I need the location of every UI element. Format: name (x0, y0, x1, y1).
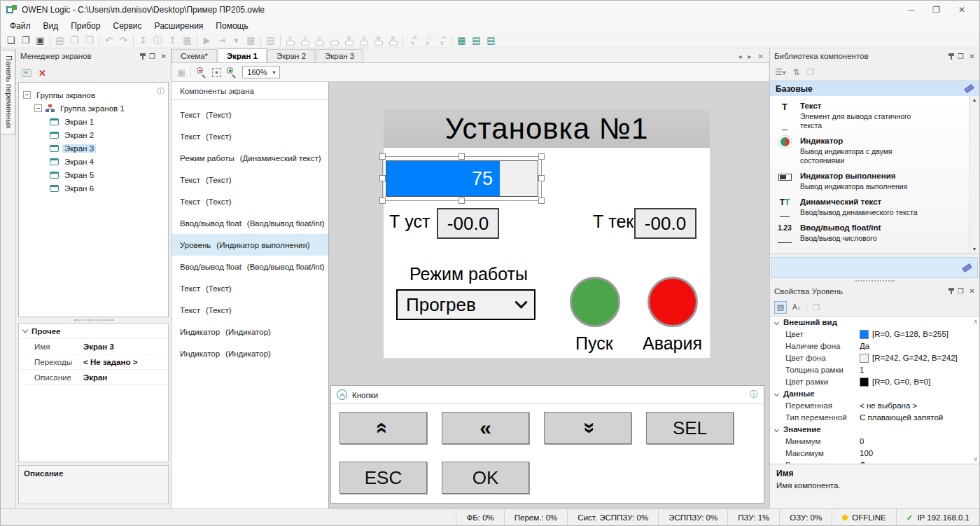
tree-item-screen-5[interactable]: Экран 5 (19, 168, 168, 181)
pin-icon[interactable] (951, 53, 952, 60)
menu-file[interactable]: Файл (4, 20, 37, 32)
tab-screen-2[interactable]: Экран 2 (267, 49, 315, 62)
library-view-mode-button[interactable]: ☰▾ (775, 67, 786, 77)
panel-splitter[interactable] (16, 317, 171, 323)
mode-label[interactable]: Режим работы (410, 264, 528, 284)
restore-button[interactable]: ❐ (932, 5, 940, 15)
property-row-description[interactable]: Описание Экран (19, 370, 168, 385)
device-down-button[interactable]: « (544, 412, 631, 444)
close-panel-icon[interactable]: ✕ (161, 53, 167, 60)
section-appearance[interactable]: Внешний вид (770, 317, 969, 328)
delete-screen-button[interactable]: ✕ (38, 68, 46, 78)
tab-scroll-left-icon[interactable]: ◂ (738, 53, 742, 60)
component-item[interactable]: Текст(Текст) (172, 104, 328, 125)
device-up-button[interactable]: « (340, 412, 427, 444)
paste-button[interactable]: ❒ (82, 34, 97, 48)
insert-variable-2-button[interactable]: V (298, 34, 312, 48)
start-label[interactable]: Пуск (575, 333, 613, 354)
convert-to-float-button[interactable]: →Fx (435, 34, 449, 48)
memory-table-button[interactable]: ▦ (244, 34, 258, 48)
tab-schema[interactable]: Схема* (172, 49, 217, 62)
read-from-device-button[interactable]: ▦ (180, 34, 195, 48)
upload-to-device-button[interactable]: ↧ (136, 34, 150, 48)
status-connection[interactable]: OFFLINE (832, 509, 896, 525)
selection-handle[interactable] (538, 198, 545, 204)
component-item[interactable]: Ввод/вывод float(Ввод/вывод float/int) (172, 212, 328, 234)
library-section-basic[interactable]: Базовые (770, 81, 979, 96)
library-item-dynamic-text[interactable]: TT Динамический текстВвод/вывод динамиче… (776, 198, 965, 217)
minimize-button[interactable]: ─ (909, 5, 915, 15)
insert-constant-button[interactable]: C (312, 34, 327, 48)
component-item[interactable]: Текст(Текст) (172, 191, 328, 212)
online-debug-button[interactable]: ⇥ (214, 34, 229, 48)
maximize-panel-icon[interactable]: ❐ (958, 53, 964, 60)
fit-to-screen-icon[interactable] (212, 68, 221, 77)
zoom-out-icon[interactable] (196, 67, 207, 78)
write-to-device-button[interactable]: ↥ (165, 34, 180, 48)
copy-button[interactable]: ❐ (67, 34, 82, 48)
tree-item-screen-3[interactable]: Экран 3 (19, 141, 168, 155)
tree-group[interactable]: Группа экранов 1 (19, 102, 168, 115)
property-row-has-background[interactable]: Наличие фона Да (770, 340, 969, 352)
pin-icon[interactable] (142, 53, 144, 60)
tab-screen-3[interactable]: Экран 3 (316, 49, 363, 62)
read-network-variable-button[interactable]: R (386, 34, 400, 48)
component-item[interactable]: Индикатор(Индикатор) (172, 321, 328, 342)
pin-icon[interactable] (951, 288, 952, 294)
property-row-visibility[interactable]: Видимость Да (770, 459, 969, 464)
color-swatch[interactable] (860, 378, 869, 387)
property-row-variable[interactable]: Переменная < не выбрана > (770, 400, 969, 412)
canvas-title-text[interactable]: Установка №1 (384, 109, 710, 148)
device-left-button[interactable]: « (442, 412, 529, 444)
insert-variable-button[interactable]: V (283, 34, 298, 48)
section-value[interactable]: Значение (770, 424, 969, 436)
write-network-variable-button[interactable]: W (371, 34, 386, 48)
device-ok-button[interactable]: OK (442, 462, 529, 494)
tree-item-screen-4[interactable]: Экран 4 (19, 155, 168, 168)
component-item[interactable]: Текст(Текст) (172, 277, 328, 299)
library-item-text[interactable]: T ТекстЭлемент для вывода статичного тек… (776, 102, 965, 130)
save-screen-icon[interactable]: ▣ (177, 67, 186, 78)
scroll-up-icon[interactable]: ∧ (973, 318, 978, 325)
menu-view[interactable]: Вид (37, 20, 65, 32)
property-pages-button[interactable]: ❒ (813, 303, 820, 312)
property-row-transitions[interactable]: Переходы < Не задано > (19, 354, 168, 370)
component-item[interactable]: Ввод/вывод float(Ввод/вывод float/int) (172, 256, 328, 277)
tree-item-screen-1[interactable]: Экран 1 (19, 115, 168, 128)
screen-designer-area[interactable]: Установка №1 75 (329, 82, 769, 508)
device-mode-button[interactable]: ▾ (229, 34, 244, 48)
tree-info-icon[interactable]: ⓘ (157, 86, 164, 97)
selection-handle[interactable] (379, 175, 386, 181)
brush-icon[interactable] (964, 84, 974, 93)
component-item[interactable]: Текст(Текст) (172, 169, 328, 191)
expander-icon[interactable] (34, 104, 42, 112)
selection-handle[interactable] (379, 153, 386, 160)
scroll-down-icon[interactable]: ∨ (973, 455, 978, 462)
tab-close-icon[interactable]: ✕ (758, 53, 764, 60)
zoom-in-icon[interactable] (226, 67, 237, 78)
component-item-selected[interactable]: Уровень(Индикатор выполнения) (172, 234, 328, 256)
component-item[interactable]: Индикатор(Индикатор) (172, 342, 328, 364)
device-information-button[interactable]: ⓘ (150, 34, 165, 48)
open-project-button[interactable]: ❐ (18, 34, 33, 48)
library-item-progress[interactable]: Индикатор выполненияВывод индикатора вып… (776, 172, 965, 191)
t-set-label[interactable]: Т уст (389, 212, 430, 232)
tree-root[interactable]: Группы экранов (19, 88, 168, 102)
tree-item-screen-2[interactable]: Экран 2 (19, 128, 168, 141)
property-row-background-color[interactable]: Цвет фона [R=242, G=242, B=242] (770, 352, 969, 364)
section-data[interactable]: Данные (770, 388, 969, 400)
run-simulator-button[interactable]: ▶ (200, 34, 214, 48)
menu-extensions[interactable]: Расширения (148, 20, 210, 32)
library-folder-button[interactable]: ❒ (807, 67, 815, 77)
start-indicator-lamp[interactable] (570, 277, 620, 327)
selection-handle[interactable] (538, 153, 545, 160)
panel-splitter[interactable] (770, 278, 979, 284)
info-icon[interactable]: ⓘ (750, 389, 758, 401)
library-filter-strip[interactable] (771, 257, 978, 278)
undo-button[interactable]: ↶ (102, 34, 116, 48)
menu-device[interactable]: Прибор (64, 20, 106, 32)
t-set-value-box[interactable]: -00.0 (437, 208, 499, 239)
close-button[interactable]: ✕ (958, 5, 965, 15)
tab-scroll-right-icon[interactable]: ▸ (748, 53, 752, 60)
maximize-panel-icon[interactable]: ❐ (149, 53, 155, 60)
